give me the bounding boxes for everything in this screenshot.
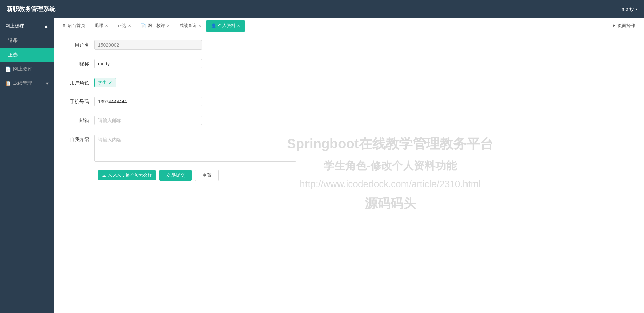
- tab-jiaoping-label: 网上教评: [148, 23, 165, 29]
- role-tag-text: 学生: [98, 80, 107, 86]
- form-row-email: 邮箱: [64, 116, 634, 128]
- chengji-chevron-icon: ▾: [46, 81, 49, 86]
- sidebar-item-zhengxuan[interactable]: 正选: [0, 48, 54, 62]
- tab-tuike-close-icon[interactable]: ✕: [105, 24, 108, 28]
- bio-control: [94, 135, 296, 163]
- form-row-nickname: 昵称: [64, 59, 634, 71]
- sidebar-item-zhengxuan-label: 正选: [8, 52, 18, 57]
- nickname-input[interactable]: [94, 59, 202, 68]
- username-input[interactable]: [94, 40, 202, 50]
- cloud-icon: ☁: [102, 173, 106, 178]
- page-action-label: 页面操作: [618, 23, 635, 29]
- sidebar-group-online-course[interactable]: 网上选课 ▲: [0, 18, 54, 34]
- tab-chengji-label: 成绩查询: [179, 23, 197, 29]
- jiaoping-doc-icon: 📄: [5, 66, 11, 72]
- sidebar-item-tuike[interactable]: 退课: [0, 34, 54, 48]
- page-action-button[interactable]: 🖱 页面操作: [609, 21, 639, 30]
- sidebar-item-jiaoping[interactable]: 📄 网上教评: [0, 62, 54, 76]
- avatar-btn-label: 来来来，换个脸怎么样: [108, 172, 152, 178]
- profile-form: 用户名 昵称 用户角色 学生: [64, 40, 634, 181]
- role-check-icon: ✔: [109, 80, 112, 85]
- top-header: 新职教务管理系统 morty ▾: [0, 0, 644, 18]
- tab-jiaoping-icon: 📄: [140, 23, 146, 28]
- form-row-avatar-buttons: ☁ 来来来，换个脸怎么样 立即提交 重置: [64, 169, 634, 181]
- tab-jiaoping-close-icon[interactable]: ✕: [167, 24, 170, 28]
- bio-textarea[interactable]: [94, 135, 296, 162]
- username-control: [94, 40, 202, 50]
- sidebar: 网上选课 ▲ 退课 正选 📄 网上教评 📋 成绩管理 ▾: [0, 18, 54, 313]
- avatar-change-button[interactable]: ☁ 来来来，换个脸怎么样: [98, 170, 156, 180]
- sidebar-group-chevron-icon: ▲: [44, 23, 49, 29]
- content-body: Springboot在线教学管理教务平台 学生角色-修改个人资料功能 http:…: [54, 33, 644, 313]
- tab-bar: 🖥 后台首页 退课 ✕ 正选 ✕ 📄 网上教评 ✕ 成绩查询: [54, 18, 603, 33]
- email-input[interactable]: [94, 116, 202, 125]
- email-control: [94, 116, 202, 125]
- form-row-username: 用户名: [64, 40, 634, 52]
- sidebar-item-chengji-label: 成绩管理: [13, 80, 32, 86]
- app-title: 新职教务管理系统: [7, 5, 55, 13]
- tab-profile-close-icon[interactable]: ✕: [237, 24, 240, 28]
- user-info[interactable]: morty ▾: [622, 6, 637, 12]
- form-row-role: 用户角色 学生 ✔: [64, 78, 634, 90]
- username-label: 用户名: [64, 40, 94, 48]
- form-row-phone: 手机号码: [64, 97, 634, 109]
- tab-dashboard-label: 后台首页: [68, 23, 85, 29]
- page-action-icon: 🖱: [612, 23, 616, 28]
- tab-profile[interactable]: 👤 个人资料 ✕: [206, 20, 245, 32]
- watermark-line4: 源码码头: [287, 195, 493, 212]
- main-area: 🖥 后台首页 退课 ✕ 正选 ✕ 📄 网上教评 ✕ 成绩查询: [54, 18, 644, 313]
- tab-chengji-close-icon[interactable]: ✕: [198, 24, 201, 28]
- phone-control: [94, 97, 202, 106]
- nickname-label: 昵称: [64, 59, 94, 67]
- tab-dashboard[interactable]: 🖥 后台首页: [57, 20, 90, 32]
- reset-button[interactable]: 重置: [195, 170, 219, 181]
- sidebar-item-chengji[interactable]: 📋 成绩管理 ▾: [0, 76, 54, 90]
- tab-profile-icon: 👤: [211, 23, 216, 28]
- tab-profile-label: 个人资料: [218, 23, 235, 29]
- submit-button[interactable]: 立即提交: [159, 170, 192, 181]
- sidebar-item-jiaoping-label: 网上教评: [13, 66, 32, 72]
- email-label: 邮箱: [64, 116, 94, 124]
- main-layout: 网上选课 ▲ 退课 正选 📄 网上教评 📋 成绩管理 ▾ 🖥 后台首页: [0, 18, 644, 313]
- avatar-section: ☁ 来来来，换个脸怎么样 立即提交 重置: [98, 170, 219, 181]
- sidebar-item-tuike-label: 退课: [8, 38, 18, 43]
- role-tag: 学生 ✔: [94, 78, 116, 87]
- form-row-bio: 自我介绍: [64, 135, 634, 163]
- nickname-control: [94, 59, 202, 68]
- tab-zhengxuan-label: 正选: [118, 23, 126, 29]
- bio-label: 自我介绍: [64, 135, 94, 143]
- role-control: 学生 ✔: [94, 78, 202, 87]
- reset-label: 重置: [202, 172, 212, 178]
- submit-label: 立即提交: [166, 172, 185, 178]
- user-chevron-icon: ▾: [636, 7, 637, 11]
- tab-tuike-label: 退课: [95, 23, 103, 29]
- tab-zhengxuan[interactable]: 正选 ✕: [113, 20, 135, 32]
- sidebar-group-label: 网上选课: [5, 23, 24, 29]
- phone-input[interactable]: [94, 97, 202, 106]
- chengji-doc-icon: 📋: [5, 81, 11, 86]
- tab-jiaoping[interactable]: 📄 网上教评 ✕: [136, 20, 174, 32]
- tab-chengji[interactable]: 成绩查询 ✕: [175, 20, 206, 32]
- phone-label: 手机号码: [64, 97, 94, 105]
- tab-dashboard-icon: 🖥: [62, 23, 66, 28]
- username-display: morty: [622, 6, 634, 12]
- tab-zhengxuan-close-icon[interactable]: ✕: [128, 24, 131, 28]
- role-label: 用户角色: [64, 78, 94, 86]
- tab-tuike[interactable]: 退课 ✕: [90, 20, 112, 32]
